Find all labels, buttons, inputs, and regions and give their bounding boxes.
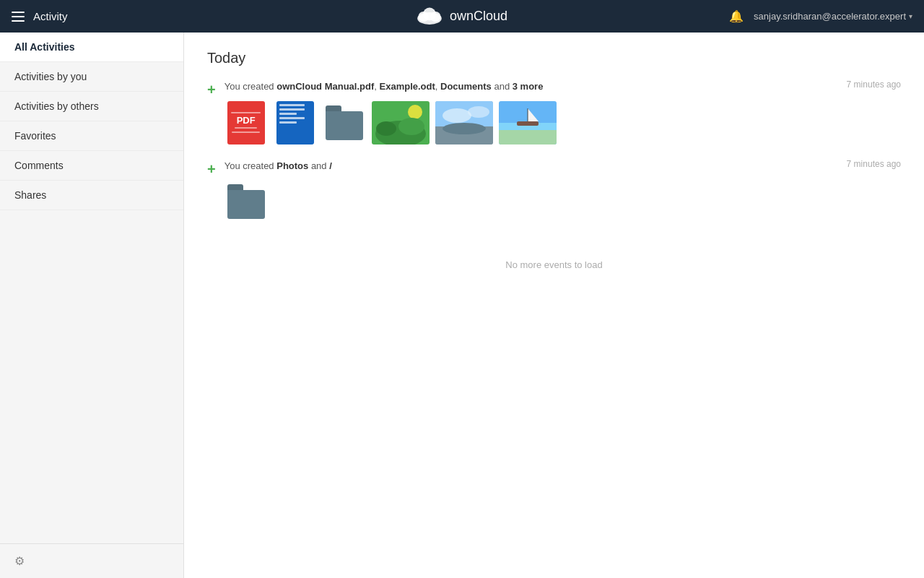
activity-body-2: You created Photos and / <box>225 159 901 224</box>
folder-icon-2[interactable] <box>225 180 268 223</box>
add-icon-2: + <box>207 159 216 179</box>
activity-file-3[interactable]: Documents <box>440 81 492 92</box>
svg-rect-18 <box>517 121 539 126</box>
svg-point-7 <box>376 121 396 136</box>
user-menu[interactable]: sanjay.sridharan@accelerator.expert ▾ <box>754 11 912 22</box>
odt-icon[interactable] <box>274 101 317 144</box>
svg-point-12 <box>468 106 489 118</box>
app-title: Activity <box>33 10 68 22</box>
pdf-icon[interactable]: PDF <box>225 101 268 144</box>
activity-entry-2: + You created Photos and / 7 minutes ago <box>207 159 901 224</box>
sidebar-item-activities-by-others[interactable]: Activities by others <box>0 92 183 121</box>
activity-file-photos[interactable]: Photos <box>276 160 308 171</box>
menu-icon[interactable] <box>12 12 25 22</box>
sidebar-item-shares[interactable]: Shares <box>0 181 183 210</box>
add-icon-1: + <box>207 79 216 100</box>
sidebar-item-all-activities[interactable]: All Activities <box>0 33 183 62</box>
sidebar-spacer <box>0 210 183 543</box>
svg-point-11 <box>443 108 471 123</box>
brand-name: ownCloud <box>450 9 507 24</box>
user-email: sanjay.sridharan@accelerator.expert <box>754 11 906 22</box>
header-center: ownCloud <box>417 2 507 30</box>
activity-body-1: You created ownCloud Manual.pdf, Example… <box>225 79 901 144</box>
sidebar-item-activities-by-you[interactable]: Activities by you <box>0 62 183 92</box>
file-thumbnails-1: PDF <box>225 101 901 144</box>
activity-text-1: You created ownCloud Manual.pdf, Example… <box>225 79 901 94</box>
svg-point-8 <box>398 118 424 135</box>
gear-icon: ⚙ <box>14 555 25 567</box>
no-more-events: No more events to load <box>207 245 901 285</box>
owncloud-logo <box>417 2 443 30</box>
svg-point-14 <box>443 123 486 134</box>
activity-time-2: 7 minutes ago <box>847 159 901 169</box>
notification-bell-icon[interactable]: 🔔 <box>729 9 744 23</box>
activity-time-1: 7 minutes ago <box>847 79 901 90</box>
svg-point-3 <box>423 8 436 21</box>
activity-files-1[interactable]: ownCloud Manual.pdf <box>276 81 374 92</box>
sidebar-item-comments[interactable]: Comments <box>0 151 183 181</box>
section-title: Today <box>207 50 901 66</box>
caret-icon: ▾ <box>909 12 912 20</box>
activity-more-1[interactable]: 3 more <box>513 81 544 92</box>
sidebar-settings[interactable]: ⚙ <box>0 543 183 578</box>
app-header: Activity ownCloud 🔔 sanjay.sridharan@acc… <box>0 0 924 33</box>
main-layout: All Activities Activities by you Activit… <box>0 33 924 578</box>
sidebar-item-favorites[interactable]: Favorites <box>0 121 183 151</box>
activity-entry-1: + You created ownCloud Manual.pdf, Examp… <box>207 79 901 144</box>
svg-point-6 <box>408 105 422 119</box>
photo-1[interactable] <box>372 101 430 144</box>
folder-icon-1[interactable] <box>323 101 366 144</box>
activity-file-2[interactable]: Example.odt <box>380 81 435 92</box>
activity-text-2: You created Photos and / <box>225 159 901 173</box>
photo-2[interactable] <box>435 101 493 144</box>
main-content: Today + You created ownCloud Manual.pdf,… <box>184 33 924 578</box>
photo-3[interactable] <box>499 101 557 144</box>
sidebar: All Activities Activities by you Activit… <box>0 33 184 578</box>
file-thumbnails-2 <box>225 180 901 223</box>
activity-file-root[interactable]: / <box>329 160 332 171</box>
header-right: 🔔 sanjay.sridharan@accelerator.expert ▾ <box>729 9 912 23</box>
